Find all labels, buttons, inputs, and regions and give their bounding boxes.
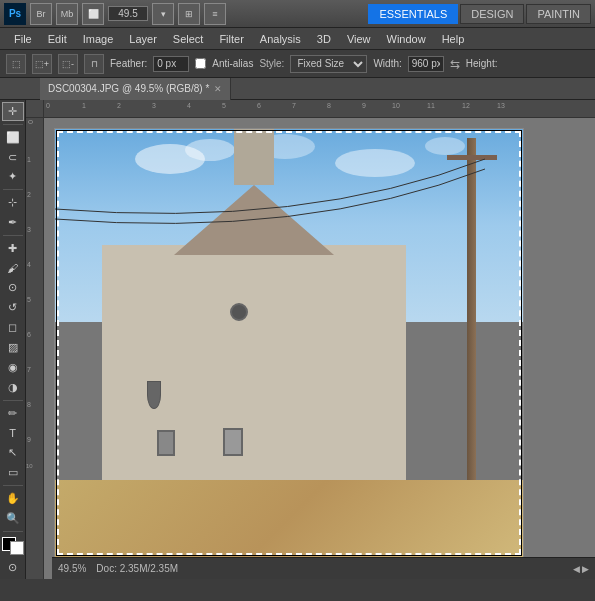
selection-add-icon[interactable]: ⬚+ bbox=[32, 54, 52, 74]
toolbar-separator-1 bbox=[3, 124, 23, 125]
antialias-checkbox[interactable] bbox=[195, 58, 206, 69]
nav-arrows: ◀ ▶ bbox=[573, 564, 589, 574]
width-input[interactable] bbox=[408, 56, 444, 72]
eyedropper-tool[interactable]: ✒ bbox=[2, 213, 24, 232]
blur-tool[interactable]: ◉ bbox=[2, 358, 24, 377]
quick-mask-button[interactable]: ⊙ bbox=[2, 558, 24, 577]
zoom-percentage[interactable]: 49.5 bbox=[108, 6, 148, 21]
zoom-dropdown[interactable]: ▾ bbox=[152, 3, 174, 25]
menu-edit[interactable]: Edit bbox=[40, 31, 75, 47]
status-doc-info: Doc: 2.35M/2.35M bbox=[96, 563, 178, 574]
pen-tool[interactable]: ✏ bbox=[2, 404, 24, 423]
zoom-tool[interactable]: 🔍 bbox=[2, 509, 24, 528]
feather-input[interactable] bbox=[153, 56, 189, 72]
toolbar-separator-5 bbox=[3, 485, 23, 486]
options-bar: ⬚ ⬚+ ⬚- ⊓ Feather: Anti-alias Style: Fix… bbox=[0, 50, 595, 78]
close-tab-button[interactable]: ✕ bbox=[214, 84, 222, 94]
menu-select[interactable]: Select bbox=[165, 31, 212, 47]
power-pole bbox=[467, 138, 476, 480]
pole-crossarm bbox=[447, 155, 497, 160]
tab-painting[interactable]: PAINTIN bbox=[526, 4, 591, 24]
menu-filter[interactable]: Filter bbox=[211, 31, 251, 47]
tower bbox=[234, 128, 274, 185]
lasso-tool[interactable]: ⊂ bbox=[2, 148, 24, 167]
foreground-color[interactable] bbox=[2, 537, 24, 556]
selection-tool-icon[interactable]: ⬚ bbox=[6, 54, 26, 74]
nav-right-arrow[interactable]: ▶ bbox=[582, 564, 589, 574]
circle-window bbox=[230, 303, 248, 321]
ruler-corner bbox=[26, 100, 44, 118]
tab-row: DSC00304.JPG @ 49.5% (RGB/8) * ✕ bbox=[0, 78, 595, 100]
eraser-tool[interactable]: ◻ bbox=[2, 318, 24, 337]
toolbar-separator-4 bbox=[3, 400, 23, 401]
text-tool[interactable]: T bbox=[2, 424, 24, 443]
menu-help[interactable]: Help bbox=[434, 31, 473, 47]
menu-file[interactable]: File bbox=[6, 31, 40, 47]
hand-tool[interactable]: ✋ bbox=[2, 489, 24, 508]
canvas-background bbox=[44, 118, 595, 579]
history-brush-tool[interactable]: ↺ bbox=[2, 298, 24, 317]
window-1 bbox=[147, 381, 161, 409]
selection-subtract-icon[interactable]: ⬚- bbox=[58, 54, 78, 74]
building-body bbox=[102, 245, 406, 480]
tab-essentials[interactable]: ESSENTIALS bbox=[368, 4, 458, 24]
app-bar: Ps Br Mb ⬜ 49.5 ▾ ⊞ ≡ ESSENTIALS DESIGN … bbox=[0, 0, 595, 28]
menu-window[interactable]: Window bbox=[379, 31, 434, 47]
document-tab[interactable]: DSC00304.JPG @ 49.5% (RGB/8) * ✕ bbox=[40, 78, 231, 100]
style-select[interactable]: Fixed Size Normal Fixed Ratio bbox=[290, 55, 367, 73]
toolbar-separator-3 bbox=[3, 235, 23, 236]
mini-bridge-button[interactable]: Mb bbox=[56, 3, 78, 25]
swap-icon[interactable]: ⇆ bbox=[450, 57, 460, 71]
ruler-vertical: 0 1 2 3 4 5 6 7 8 9 10 bbox=[26, 118, 44, 579]
menu-bar: File Edit Image Layer Select Filter Anal… bbox=[0, 28, 595, 50]
document-image bbox=[54, 128, 524, 558]
clone-tool[interactable]: ⊙ bbox=[2, 279, 24, 298]
main-area: ✛ ⬜ ⊂ ✦ ⊹ ✒ ✚ 🖌 ⊙ ↺ ◻ ▨ ◉ ◑ ✏ T ↖ ▭ ✋ 🔍 … bbox=[0, 100, 595, 579]
ruler-horizontal: 0 1 2 3 4 5 6 7 8 9 10 11 12 13 bbox=[44, 100, 595, 118]
workspace-tabs: ESSENTIALS DESIGN PAINTIN bbox=[368, 4, 591, 24]
status-zoom: 49.5% bbox=[58, 563, 86, 574]
bridge-button[interactable]: Br bbox=[30, 3, 52, 25]
menu-analysis[interactable]: Analysis bbox=[252, 31, 309, 47]
status-bar: 49.5% Doc: 2.35M/2.35M ◀ ▶ bbox=[52, 557, 595, 579]
marquee-tool[interactable]: ⬜ bbox=[2, 128, 24, 147]
toolbar-separator-2 bbox=[3, 189, 23, 190]
ps-logo: Ps bbox=[4, 3, 26, 25]
document-tab-label: DSC00304.JPG @ 49.5% (RGB/8) * bbox=[48, 83, 209, 94]
window-2 bbox=[157, 430, 175, 456]
brush-tool[interactable]: 🖌 bbox=[2, 259, 24, 278]
ground-layer bbox=[55, 480, 523, 557]
toolbar-separator-6 bbox=[3, 531, 23, 532]
shape-tool[interactable]: ▭ bbox=[2, 463, 24, 482]
menu-3d[interactable]: 3D bbox=[309, 31, 339, 47]
gradient-tool[interactable]: ▨ bbox=[2, 338, 24, 357]
healing-tool[interactable]: ✚ bbox=[2, 239, 24, 258]
selection-intersect-icon[interactable]: ⊓ bbox=[84, 54, 104, 74]
roof bbox=[174, 185, 334, 255]
view-options[interactable]: ⊞ bbox=[178, 3, 200, 25]
magic-wand-tool[interactable]: ✦ bbox=[2, 167, 24, 186]
arrange-button[interactable]: ≡ bbox=[204, 3, 226, 25]
move-tool[interactable]: ✛ bbox=[2, 102, 24, 121]
nav-left-arrow[interactable]: ◀ bbox=[573, 564, 580, 574]
crop-tool[interactable]: ⊹ bbox=[2, 193, 24, 212]
height-label: Height: bbox=[466, 58, 498, 69]
feather-label: Feather: bbox=[110, 58, 147, 69]
menu-view[interactable]: View bbox=[339, 31, 379, 47]
dodge-tool[interactable]: ◑ bbox=[2, 378, 24, 397]
style-label: Style: bbox=[259, 58, 284, 69]
menu-image[interactable]: Image bbox=[75, 31, 122, 47]
antialias-label: Anti-alias bbox=[212, 58, 253, 69]
menu-layer[interactable]: Layer bbox=[121, 31, 165, 47]
canvas-scroll[interactable] bbox=[44, 118, 595, 579]
width-label: Width: bbox=[373, 58, 401, 69]
toolbar: ✛ ⬜ ⊂ ✦ ⊹ ✒ ✚ 🖌 ⊙ ↺ ◻ ▨ ◉ ◑ ✏ T ↖ ▭ ✋ 🔍 … bbox=[0, 100, 26, 579]
canvas-area[interactable]: 0 1 2 3 4 5 6 7 8 9 10 11 12 13 0 1 2 bbox=[26, 100, 595, 579]
screen-mode-button[interactable]: ⬜ bbox=[82, 3, 104, 25]
tab-design[interactable]: DESIGN bbox=[460, 4, 524, 24]
window-3 bbox=[223, 428, 243, 456]
path-select-tool[interactable]: ↖ bbox=[2, 443, 24, 462]
